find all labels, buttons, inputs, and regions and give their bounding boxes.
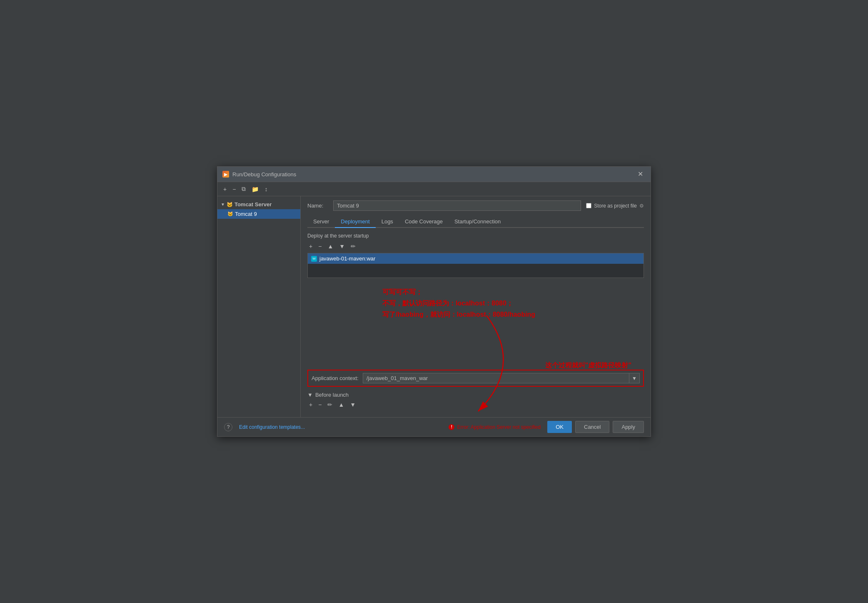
tab-code-coverage[interactable]: Code Coverage	[399, 216, 449, 228]
error-text: Error: Application Server not specified	[457, 424, 541, 430]
server-icon: 🐱	[227, 202, 233, 208]
remove-deploy-button[interactable]: −	[317, 242, 323, 250]
up-before-launch-button[interactable]: ▲	[337, 400, 346, 409]
close-button[interactable]: ✕	[635, 170, 646, 178]
ok-button[interactable]: OK	[547, 421, 572, 433]
cancel-button[interactable]: Cancel	[575, 421, 609, 433]
remove-before-launch-button[interactable]: −	[317, 400, 323, 409]
tab-startup-connection[interactable]: Startup/Connection	[449, 216, 506, 228]
annotation-text: 可写可不写； 不写，默认访问路径为：localhost：8080； 写了/hao…	[382, 286, 535, 320]
title-bar: ▶ Run/Debug Configurations ✕	[217, 167, 651, 182]
down-before-launch-button[interactable]: ▼	[348, 400, 357, 409]
remove-config-button[interactable]: −	[231, 185, 237, 193]
app-context-row: Application context: ▼	[307, 370, 644, 387]
edit-before-launch-button[interactable]: ✏	[326, 400, 334, 409]
bottom-bar: ? Edit configuration templates... ! Erro…	[217, 417, 651, 436]
before-launch-header: ▼ Before launch	[307, 392, 644, 398]
edit-templates-link[interactable]: Edit configuration templates...	[239, 424, 305, 430]
toolbar: + − ⧉ 📁 ↕	[217, 182, 651, 196]
war-icon: W	[311, 256, 317, 262]
app-context-label: Application context:	[312, 375, 359, 381]
app-icon: ▶	[222, 171, 229, 178]
store-project-label: Store as project file	[594, 203, 637, 209]
main-content: ▼ 🐱 Tomcat Server 🐱 Tomcat 9 Name: Store…	[217, 196, 651, 417]
tabs-bar: Server Deployment Logs Code Coverage Sta…	[307, 216, 644, 228]
before-launch-toolbar: + − ✏ ▲ ▼	[307, 400, 644, 409]
add-before-launch-button[interactable]: +	[307, 400, 314, 409]
before-launch-section: ▼ Before launch + − ✏ ▲ ▼	[307, 392, 644, 409]
deploy-toolbar: + − ▲ ▼ ✏	[307, 242, 644, 250]
add-deploy-button[interactable]: +	[307, 242, 314, 250]
sidebar-child-label: Tomcat 9	[235, 211, 257, 217]
sort-button[interactable]: ↕	[263, 185, 269, 193]
error-message: ! Error: Application Server not specifie…	[449, 424, 541, 430]
sidebar-item-tomcat-server[interactable]: ▼ 🐱 Tomcat Server	[217, 200, 300, 209]
deploy-list: W javaweb-01-maven:war	[307, 253, 644, 278]
deploy-list-item[interactable]: W javaweb-01-maven:war	[308, 253, 644, 264]
deploy-section-label: Deploy at the server startup	[307, 233, 644, 239]
move-down-deploy-button[interactable]: ▼	[337, 242, 347, 250]
annotation-area: 可写可不写； 不写，默认访问路径为：localhost：8080； 写了/hao…	[307, 278, 644, 370]
edit-deploy-button[interactable]: ✏	[349, 242, 357, 250]
before-launch-label: Before launch	[315, 392, 349, 398]
name-input[interactable]	[333, 200, 581, 211]
sidebar: ▼ 🐱 Tomcat Server 🐱 Tomcat 9	[217, 196, 301, 417]
name-row: Name: Store as project file ⚙	[307, 200, 644, 211]
deploy-item-label: javaweb-01-maven:war	[319, 255, 375, 262]
app-context-dropdown-button[interactable]: ▼	[629, 373, 640, 383]
tab-logs[interactable]: Logs	[376, 216, 399, 228]
sidebar-parent-label: Tomcat Server	[234, 201, 272, 208]
main-panel: Name: Store as project file ⚙ Server Dep…	[301, 196, 651, 417]
help-button[interactable]: ?	[224, 423, 232, 431]
app-context-input[interactable]	[363, 373, 629, 383]
store-project-row: Store as project file ⚙	[586, 203, 644, 209]
move-up-deploy-button[interactable]: ▲	[326, 242, 335, 250]
store-project-checkbox[interactable]	[586, 203, 591, 208]
copy-config-button[interactable]: ⧉	[240, 185, 247, 193]
annotation-arrow-label: 这个过程就叫"虚拟路径映射"	[545, 361, 631, 370]
sidebar-item-tomcat9[interactable]: 🐱 Tomcat 9	[217, 209, 300, 219]
apply-button[interactable]: Apply	[613, 421, 644, 433]
tomcat-server-group: ▼ 🐱 Tomcat Server 🐱 Tomcat 9	[217, 198, 300, 220]
tab-server[interactable]: Server	[307, 216, 335, 228]
config-icon: 🐱	[227, 211, 233, 217]
add-config-button[interactable]: +	[222, 185, 228, 193]
folder-button[interactable]: 📁	[250, 185, 260, 193]
tab-deployment[interactable]: Deployment	[335, 216, 375, 228]
gear-icon[interactable]: ⚙	[639, 203, 644, 209]
expand-arrow-icon: ▼	[221, 202, 225, 207]
before-launch-arrow: ▼	[307, 392, 313, 398]
error-icon: !	[449, 424, 454, 430]
name-label: Name:	[307, 203, 328, 209]
dialog-title: Run/Debug Configurations	[232, 171, 296, 178]
app-context-input-wrap: ▼	[363, 373, 640, 383]
run-debug-dialog: ▶ Run/Debug Configurations ✕ + − ⧉ 📁 ↕ ▼…	[217, 166, 651, 437]
action-buttons: OK Cancel Apply	[547, 421, 644, 433]
